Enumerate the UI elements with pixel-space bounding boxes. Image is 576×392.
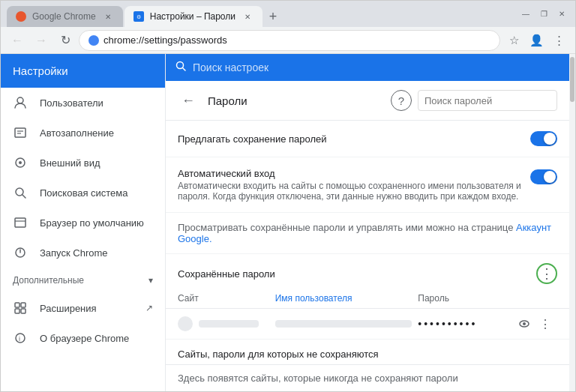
sidebar: Настройки Пользователи Автозаполнение Вн… <box>1 54 166 391</box>
forward-button[interactable]: → <box>31 30 52 51</box>
new-tab-button[interactable]: + <box>262 6 284 27</box>
toolbar-actions: ☆ 👤 ⋮ <box>503 30 569 51</box>
address-bar[interactable]: chrome://settings/passwords <box>79 30 500 51</box>
sidebar-item-search[interactable]: Поисковая система <box>1 178 165 208</box>
main-layout: Настройки Пользователи Автозаполнение Вн… <box>1 54 575 391</box>
search-bar-icon <box>175 60 187 75</box>
sidebar-item-autofill[interactable]: Автозаполнение <box>1 118 165 148</box>
sidebar-label-appearance: Внешний вид <box>40 157 100 169</box>
tab-1-close[interactable]: ✕ <box>102 10 114 22</box>
no-save-section-title: Сайты, пароли для которых не сохраняются <box>166 340 569 365</box>
svg-point-0 <box>17 13 25 20</box>
sidebar-header: Настройки <box>1 54 165 88</box>
auto-login-setting: Автоматический вход Автоматически входит… <box>166 157 569 213</box>
auto-login-toggle[interactable] <box>530 169 557 184</box>
sidebar-label-users: Пользователи <box>40 97 104 109</box>
menu-button[interactable]: ⋮ <box>548 30 569 51</box>
maximize-button[interactable]: ❐ <box>536 7 551 22</box>
saved-passwords-more-button[interactable]: ⋮ <box>536 263 557 284</box>
auto-login-label-group: Автоматический вход Автоматически входит… <box>178 168 530 202</box>
content-area: ← Пароли ? Предлагать сохранение паролей <box>166 54 569 391</box>
tab-2-close[interactable]: ✕ <box>242 10 254 22</box>
extensions-icon <box>13 301 28 316</box>
sidebar-section-additional[interactable]: Дополнительные ▾ <box>1 268 165 293</box>
no-save-empty: Здесь появятся сайты, которые никогда не… <box>166 365 569 391</box>
offer-save-label: Предлагать сохранение паролей <box>178 133 327 145</box>
tab-2[interactable]: ⚙ Настройки – Пароли ✕ <box>124 6 262 27</box>
sidebar-label-extensions: Расширения <box>40 303 97 314</box>
page-title: Пароли <box>208 94 382 107</box>
svg-point-9 <box>19 161 22 164</box>
back-button[interactable]: ← <box>178 90 199 111</box>
svg-rect-19 <box>21 309 26 313</box>
sidebar-item-appearance[interactable]: Внешний вид <box>1 148 165 178</box>
close-button[interactable]: ✕ <box>554 7 569 22</box>
sidebar-item-startup[interactable]: Запуск Chrome <box>1 238 165 268</box>
sidebar-item-users[interactable]: Пользователи <box>1 88 165 118</box>
help-button[interactable]: ? <box>391 90 412 111</box>
title-bar: Google Chrome ✕ ⚙ Настройки – Пароли ✕ +… <box>1 1 575 27</box>
show-password-button[interactable] <box>515 315 533 333</box>
svg-rect-16 <box>15 303 20 307</box>
sidebar-label-startup: Запуск Chrome <box>40 247 108 259</box>
passwords-header: ← Пароли ? <box>166 81 569 121</box>
user-icon <box>13 95 28 110</box>
col-header-actions <box>515 293 557 304</box>
about-icon: i <box>13 331 28 346</box>
pw-favicon <box>178 316 193 331</box>
sidebar-section-label: Дополнительные <box>13 275 84 286</box>
sidebar-label-search: Поисковая система <box>40 187 128 199</box>
pw-site-cell <box>178 316 269 331</box>
account-button[interactable]: 👤 <box>526 30 547 51</box>
pw-site-text <box>199 320 259 328</box>
scrollbar[interactable] <box>569 54 575 391</box>
offer-save-label-group: Предлагать сохранение паролей <box>178 133 327 145</box>
offer-save-toggle[interactable] <box>530 131 557 146</box>
tab-1-favicon <box>16 11 26 22</box>
auto-login-desc: Автоматически входить на сайты с помощью… <box>178 181 530 202</box>
pw-username-cell <box>275 320 412 328</box>
window-frame: Google Chrome ✕ ⚙ Настройки – Пароли ✕ +… <box>0 0 576 392</box>
pw-password-dots: •••••••••• <box>418 318 477 330</box>
sidebar-label-default-browser: Браузер по умолчанию <box>40 217 144 229</box>
settings-search-input[interactable] <box>193 61 560 73</box>
svg-point-3 <box>90 37 98 44</box>
sidebar-item-about[interactable]: i О браузере Chrome <box>1 323 165 353</box>
sidebar-label-about: О браузере Chrome <box>40 333 129 344</box>
refresh-button[interactable]: ↻ <box>55 30 76 51</box>
search-icon <box>13 185 28 200</box>
sidebar-item-extensions[interactable]: Расширения ↗ <box>1 293 165 323</box>
minimize-button[interactable]: — <box>518 7 533 22</box>
svg-point-25 <box>523 322 526 325</box>
scrollbar-thumb[interactable] <box>570 57 574 102</box>
password-more-button[interactable]: ⋮ <box>536 315 554 333</box>
offer-save-setting: Предлагать сохранение паролей <box>166 121 569 157</box>
window-controls: — ❐ ✕ <box>518 7 569 22</box>
svg-line-23 <box>183 68 186 71</box>
tab-group: Google Chrome ✕ ⚙ Настройки – Пароли ✕ + <box>7 1 512 27</box>
svg-rect-5 <box>15 128 26 137</box>
star-button[interactable]: ☆ <box>503 30 524 51</box>
auto-login-label: Автоматический вход <box>178 168 530 179</box>
autofill-icon <box>13 125 28 140</box>
svg-text:⚙: ⚙ <box>136 14 141 19</box>
content-body: ← Пароли ? Предлагать сохранение паролей <box>166 81 569 391</box>
sidebar-item-default-browser[interactable]: Браузер по умолчанию <box>1 208 165 238</box>
site-favicon <box>88 35 99 46</box>
sidebar-label-autofill: Автозаполнение <box>40 127 114 139</box>
table-header: Сайт Имя пользователя Пароль <box>166 289 569 309</box>
header-actions: ? <box>391 90 557 111</box>
pw-actions-cell: ⋮ <box>515 315 557 333</box>
startup-icon <box>13 245 28 260</box>
col-header-password: Пароль <box>418 293 509 304</box>
svg-rect-18 <box>15 309 20 313</box>
tab-1-label: Google Chrome <box>32 11 96 22</box>
col-header-username: Имя пользователя <box>275 293 412 304</box>
svg-rect-17 <box>21 303 26 307</box>
info-row: Просматривать сохранённые пароли и управ… <box>166 213 569 254</box>
tab-1[interactable]: Google Chrome ✕ <box>7 6 123 27</box>
back-button[interactable]: ← <box>7 30 28 51</box>
svg-line-11 <box>22 195 26 198</box>
svg-point-20 <box>16 334 25 343</box>
password-search-input[interactable] <box>418 90 557 111</box>
